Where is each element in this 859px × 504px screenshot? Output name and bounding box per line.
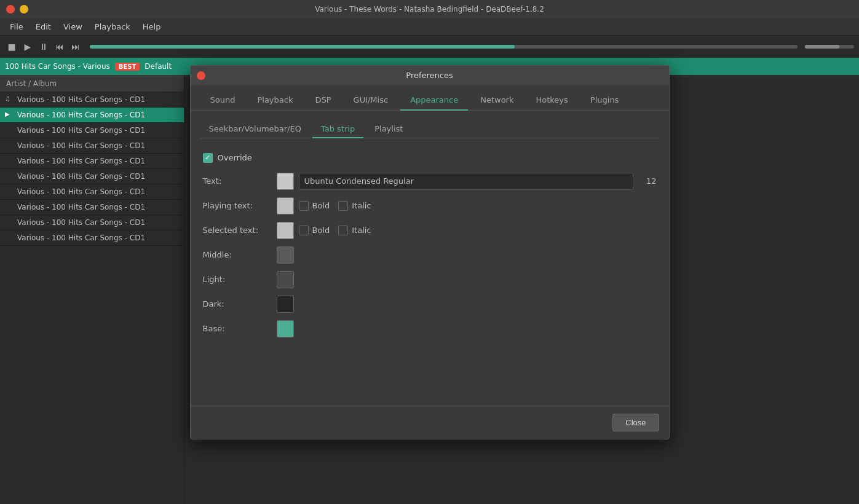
light-color-swatch[interactable]	[277, 271, 294, 288]
text-row: Text: Ubuntu Condensed Regular 12	[203, 173, 657, 190]
tab-appearance[interactable]: Appearance	[400, 90, 468, 111]
base-row: Base:	[203, 320, 657, 337]
text-label: Text:	[203, 176, 277, 186]
prefs-title: Preferences	[406, 71, 453, 80]
tab-playback[interactable]: Playback	[247, 90, 303, 111]
middle-row: Middle:	[203, 246, 657, 264]
light-label: Light:	[203, 275, 277, 284]
tab-network[interactable]: Network	[470, 90, 523, 111]
selected-text-bold-checkbox[interactable]	[299, 226, 309, 235]
playing-text-label: Playing text:	[203, 201, 277, 210]
middle-color-swatch[interactable]	[277, 246, 294, 264]
middle-label: Middle:	[203, 250, 277, 259]
playing-text-bold-italic: Bold Italic	[299, 201, 371, 211]
selected-text-color-swatch[interactable]	[277, 222, 294, 239]
close-button[interactable]: Close	[612, 414, 659, 431]
font-selector[interactable]: Ubuntu Condensed Regular	[299, 173, 633, 190]
selected-text-bold-label: Bold	[312, 226, 330, 235]
subtab-seekbar[interactable]: Seekbar/Volumebar/EQ	[200, 120, 310, 138]
base-color-swatch[interactable]	[277, 320, 294, 337]
prefs-footer: Close	[191, 406, 669, 439]
dark-color-swatch[interactable]	[277, 296, 294, 313]
light-row: Light:	[203, 271, 657, 288]
prefs-tabs: Sound Playback DSP GUI/Misc Appearance N…	[191, 85, 669, 111]
sub-tabs: Seekbar/Volumebar/EQ Tab strip Playlist	[200, 120, 659, 138]
selected-text-italic-label: Italic	[352, 226, 371, 235]
playing-text-bold-label: Bold	[312, 201, 330, 210]
font-size: 12	[638, 176, 657, 186]
playing-text-bold-checkbox[interactable]	[299, 201, 309, 211]
text-color-swatch[interactable]	[277, 173, 294, 190]
subtab-playlist[interactable]: Playlist	[366, 120, 411, 138]
selected-text-italic-checkbox[interactable]	[338, 226, 348, 235]
base-label: Base:	[203, 324, 277, 333]
override-label: Override	[218, 153, 252, 162]
dark-row: Dark:	[203, 296, 657, 313]
override-row: Override	[203, 153, 657, 163]
prefs-content: Seekbar/Volumebar/EQ Tab strip Playlist …	[191, 111, 669, 406]
tab-sound[interactable]: Sound	[200, 90, 245, 111]
override-checkbox[interactable]	[203, 153, 213, 163]
prefs-close-x-button[interactable]	[197, 71, 205, 80]
playing-text-italic-label: Italic	[352, 201, 371, 210]
playing-text-color-swatch[interactable]	[277, 197, 294, 215]
selected-text-row: Selected text: Bold Italic	[203, 222, 657, 239]
selected-text-bold-italic: Bold Italic	[299, 226, 371, 235]
tab-strip-content: Override Text: Ubuntu Condensed Regular …	[200, 148, 659, 350]
tab-dsp[interactable]: DSP	[305, 90, 341, 111]
dark-label: Dark:	[203, 299, 277, 309]
subtab-tabstrip[interactable]: Tab strip	[312, 120, 363, 138]
tab-guimisc[interactable]: GUI/Misc	[344, 90, 398, 111]
tab-plugins[interactable]: Plugins	[580, 90, 629, 111]
prefs-titlebar: Preferences	[191, 66, 669, 85]
modal-overlay: Preferences Sound Playback DSP GUI/Misc …	[0, 0, 859, 504]
tab-hotkeys[interactable]: Hotkeys	[526, 90, 577, 111]
selected-text-label: Selected text:	[203, 226, 277, 235]
playing-text-italic-checkbox[interactable]	[338, 201, 348, 211]
preferences-dialog: Preferences Sound Playback DSP GUI/Misc …	[190, 65, 670, 439]
playing-text-row: Playing text: Bold Italic	[203, 197, 657, 215]
